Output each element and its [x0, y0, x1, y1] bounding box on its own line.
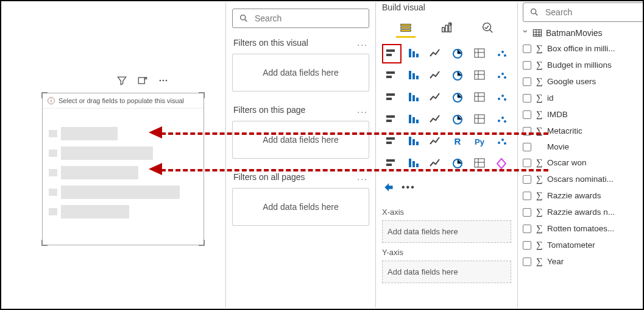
viz-type-clustered-column[interactable] [448, 44, 467, 63]
viz-type-funnel[interactable] [404, 88, 423, 107]
viz-type-clustered-bar[interactable] [404, 44, 423, 63]
filters-search-input[interactable] [253, 13, 363, 24]
field-item[interactable]: ∑ Tomatometer [522, 237, 644, 253]
more-options-icon[interactable] [157, 74, 169, 87]
field-item[interactable]: ∑ Razzie awards n... [522, 204, 644, 220]
svg-rect-28 [475, 71, 484, 79]
fields-search-input[interactable] [544, 7, 644, 18]
viz-type-gauge[interactable] [448, 110, 467, 129]
more-options-icon[interactable]: ••• [402, 182, 416, 193]
checkbox[interactable] [523, 258, 531, 266]
svg-point-51 [504, 120, 506, 123]
table-node[interactable]: › BatmanMovies [522, 26, 644, 40]
viz-type-line-stacked[interactable] [470, 66, 489, 85]
field-item[interactable]: ∑ Rotten tomatoes... [522, 220, 644, 237]
viz-type-stacked-bar-h[interactable] [426, 44, 445, 63]
filter-well[interactable]: Add data fields here [232, 54, 369, 92]
viz-type-waterfall[interactable] [382, 88, 402, 107]
sigma-icon: ∑ [535, 240, 543, 250]
focus-mode-icon[interactable] [136, 74, 149, 87]
svg-point-59 [498, 142, 500, 144]
checkbox[interactable] [523, 45, 531, 53]
field-item[interactable]: ∑ Metacritic [522, 123, 644, 139]
visual-hint: i Select or drag fields to populate this… [43, 93, 203, 109]
field-name: Rotten tomatoes... [547, 224, 614, 233]
viz-type-card[interactable] [470, 110, 489, 129]
more-options-icon[interactable]: ... [357, 38, 368, 48]
svg-rect-25 [412, 73, 415, 79]
xaxis-well[interactable]: Add data fields here [382, 220, 511, 243]
viz-type-line-clustered[interactable] [448, 66, 467, 85]
viz-type-area[interactable] [404, 66, 423, 85]
viz-type-azure-map[interactable] [426, 110, 445, 129]
field-item[interactable]: ∑ id [522, 90, 644, 106]
filter-icon[interactable] [116, 74, 128, 87]
checkbox[interactable] [523, 208, 531, 217]
more-options-icon[interactable]: ... [357, 172, 368, 182]
more-options-icon[interactable]: ... [357, 105, 368, 115]
fields-search[interactable] [523, 2, 644, 22]
checkbox[interactable] [523, 78, 531, 86]
filter-well[interactable]: Add data fields here [232, 188, 369, 226]
checkbox[interactable] [523, 61, 531, 70]
svg-rect-15 [412, 51, 415, 57]
svg-rect-9 [445, 25, 448, 32]
svg-rect-64 [409, 159, 411, 167]
viz-type-treemap[interactable] [492, 88, 511, 107]
svg-rect-22 [386, 71, 395, 74]
svg-rect-14 [409, 49, 411, 57]
svg-point-49 [498, 120, 500, 122]
field-name: Oscar won [547, 158, 587, 167]
svg-point-50 [501, 117, 504, 119]
checkbox[interactable] [523, 94, 531, 103]
sigma-icon: ∑ [535, 76, 543, 87]
get-more-visuals-icon[interactable] [383, 181, 397, 194]
svg-point-61 [504, 142, 506, 145]
checkbox[interactable] [523, 159, 531, 167]
filter-well[interactable]: Add data fields here [232, 121, 369, 159]
viz-type-stacked-column-100[interactable] [470, 44, 489, 63]
filters-search[interactable] [232, 9, 369, 28]
field-item[interactable]: ∑ Oscars nominati... [522, 171, 644, 187]
visual-hint-text: Select or drag fields to populate this v… [58, 97, 184, 104]
checkbox[interactable] [523, 110, 531, 119]
checkbox[interactable] [523, 192, 531, 200]
field-item[interactable]: ∑ Box office in milli... [522, 40, 644, 57]
field-item[interactable]: Movie [522, 139, 644, 154]
checkbox[interactable] [523, 175, 531, 184]
tab-analytics[interactable] [478, 18, 497, 38]
viz-type-pie[interactable] [448, 88, 467, 107]
viz-type-map[interactable] [382, 110, 402, 129]
report-canvas[interactable]: i Select or drag fields to populate this… [2, 2, 225, 308]
search-icon [529, 7, 539, 17]
field-item[interactable]: ∑ IMDB [522, 106, 644, 123]
sigma-icon: ∑ [535, 190, 543, 201]
svg-rect-70 [533, 30, 541, 37]
field-name: Metacritic [547, 126, 582, 135]
checkbox[interactable] [523, 143, 531, 151]
tab-build-visual[interactable] [396, 18, 416, 38]
viz-type-stacked-area[interactable] [426, 66, 445, 85]
viz-type-line[interactable] [382, 66, 402, 85]
tab-format-visual[interactable] [437, 18, 456, 38]
viz-type-multi-card[interactable] [492, 110, 511, 129]
field-name: Box office in milli... [547, 44, 615, 53]
field-name: Budget in millions [547, 60, 612, 70]
checkbox[interactable] [523, 241, 531, 250]
viz-type-filled-map[interactable] [404, 110, 423, 129]
yaxis-well[interactable]: Add data fields here [382, 261, 511, 283]
viz-type-ribbon[interactable] [492, 66, 511, 85]
field-item[interactable]: ∑ Year [522, 253, 644, 270]
viz-type-stacked-bar[interactable] [382, 44, 402, 63]
field-item[interactable]: ∑ Budget in millions [522, 57, 644, 73]
svg-point-39 [498, 98, 500, 100]
svg-point-20 [501, 51, 504, 53]
svg-rect-24 [409, 71, 411, 79]
viz-type-scatter[interactable] [426, 88, 445, 107]
checkbox[interactable] [523, 225, 531, 233]
viz-type-donut[interactable] [470, 88, 489, 107]
viz-type-stacked-bar-100[interactable] [492, 44, 511, 63]
field-item[interactable]: ∑ Razzie awards [522, 187, 644, 204]
field-item[interactable]: ∑ Oscar won [522, 154, 644, 171]
field-item[interactable]: ∑ Google users [522, 73, 644, 90]
